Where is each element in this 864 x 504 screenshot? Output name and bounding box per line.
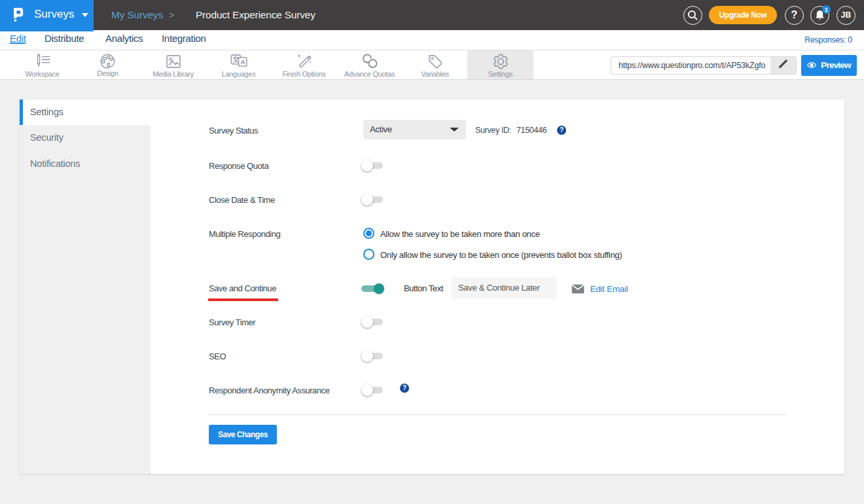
svg-text:A: A [240, 58, 245, 65]
